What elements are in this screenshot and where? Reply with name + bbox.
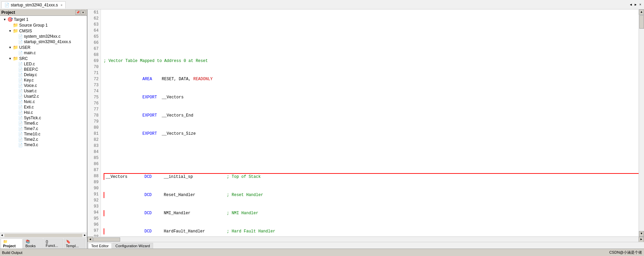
folder-icon: 📁	[13, 56, 18, 61]
tree-file-time7[interactable]: 📄 Time7.c	[1, 126, 86, 131]
build-output-label: Build Output	[2, 251, 23, 255]
tree-file-key[interactable]: 📄 Key.c	[1, 77, 86, 83]
right-panel: 61 62 63 64 65 66 67 68 69 70 71 72	[87, 9, 644, 249]
left-tab-templ[interactable]: 🔖 Templ...	[64, 238, 85, 249]
tree-file-time10[interactable]: 📄 Time10.c	[1, 131, 86, 137]
tab-arrow-left[interactable]: ◄	[629, 3, 633, 7]
tree-label: Exti.c	[24, 105, 34, 109]
tab-bar: 📄 startup_stm32f40_41xxx.s × ◄ ► ×	[0, 0, 644, 9]
tree-file-systick[interactable]: 📄 SysTick.c	[1, 115, 86, 121]
code-line-70: DCD Reset_Handler ; Reset Handler	[104, 192, 639, 198]
pin-button[interactable]: 📌	[75, 10, 80, 15]
left-hscrollbar[interactable]: ◄ ►	[0, 233, 87, 237]
left-tab-books[interactable]: 📚 Books	[23, 238, 43, 249]
tree-label: LED.c	[24, 62, 35, 66]
editor-content: 61 62 63 64 65 66 67 68 69 70 71 72	[87, 9, 639, 236]
right-vscrollbar[interactable]: ▲ ▼	[639, 9, 644, 236]
scroll-track[interactable]	[639, 15, 644, 231]
code-line-65: EXPORT __Vectors	[104, 94, 639, 100]
hscroll-left-btn[interactable]: ◄	[87, 237, 93, 242]
tree-label: Key.c	[24, 78, 34, 83]
file-icon: 📄	[18, 110, 23, 115]
file-icon: 📄	[18, 34, 23, 39]
title-icons: 📌 ×	[75, 10, 85, 15]
file-icon: 📄	[18, 116, 23, 120]
code-line-67: EXPORT __Vectors_Size	[104, 131, 639, 137]
tree-label: Usart2.c	[24, 94, 39, 99]
editor-area[interactable]: 61 62 63 64 65 66 67 68 69 70 71 72	[87, 9, 639, 236]
editor-tab-active[interactable]: 📄 startup_stm32f40_41xxx.s ×	[1, 1, 66, 8]
editor-tab-confwizard[interactable]: Configuration Wizard	[112, 243, 153, 249]
hscroll-right-btn[interactable]: ►	[639, 237, 644, 242]
left-tab-funct[interactable]: {} Funct...	[43, 238, 63, 249]
tab-arrow-right[interactable]: ►	[633, 3, 638, 7]
tree-src[interactable]: ▼ 📁 SRC	[1, 56, 86, 61]
scroll-right-btn[interactable]: ►	[83, 234, 87, 237]
tree-label: Time6.c	[24, 121, 38, 126]
editor-hscrollbar[interactable]: ◄ ►	[87, 236, 644, 242]
tab-close-btn[interactable]: ×	[61, 3, 63, 7]
status-left: Build Output	[2, 251, 23, 255]
tab-bar-right: ◄ ► ×	[629, 3, 644, 7]
tab-close-all[interactable]: ×	[638, 3, 643, 7]
tree-area[interactable]: ▼ 🎯 Target 1 📁 Source Group 1 ▼ 📁 CMSIS	[0, 16, 87, 233]
hscroll-thumb[interactable]	[93, 237, 120, 242]
project-title: Project	[1, 10, 15, 15]
tree-cmsis[interactable]: ▼ 📁 CMSIS	[1, 28, 86, 34]
tree-label: SRC	[19, 56, 28, 61]
tree-file-exti[interactable]: 📄 Exti.c	[1, 104, 86, 110]
tree-file-hsi[interactable]: 📄 Hsi.c	[1, 110, 86, 115]
code-line-63: ; Vector Table Mapped to Address 0 at Re…	[104, 58, 639, 64]
file-icon: 📄	[18, 137, 23, 142]
file-icon: 📄	[18, 121, 23, 126]
tree-file-startup[interactable]: 📄 startup_stm32f40_41xxx.s	[1, 39, 86, 44]
tree-label: CMSIS	[19, 29, 32, 33]
tree-file-beep[interactable]: 📄 BEEP.C	[1, 67, 86, 72]
tree-label: Usart.c	[24, 89, 37, 93]
code-line-69: __Vectors DCD __initial_sp ; Top of Stac…	[104, 173, 639, 180]
tree-file-main[interactable]: 📄 main.c	[1, 50, 86, 56]
tree-file-nvic[interactable]: 📄 Nvic.c	[1, 99, 86, 104]
scroll-thumb[interactable]	[639, 15, 644, 29]
tree-label: Time10.c	[24, 132, 40, 136]
hscroll-track[interactable]	[93, 237, 639, 242]
tree-file-voice[interactable]: 📄 Voice.c	[1, 83, 86, 88]
left-tab-project[interactable]: 📁 Project	[1, 238, 23, 249]
tree-file-system[interactable]: 📄 system_stm32f4xx.c	[1, 34, 86, 39]
status-right: CSDN@小涵是个佬	[609, 250, 642, 255]
tree-user[interactable]: ▼ 📁 USER	[1, 44, 86, 50]
scroll-up-btn[interactable]: ▲	[639, 9, 644, 15]
expand-icon: ▼	[2, 18, 7, 21]
file-icon: 📄	[18, 127, 23, 131]
tree-file-led[interactable]: 📄 LED.c	[1, 61, 86, 67]
folder-icon: 📁	[13, 45, 18, 50]
status-bar: Build Output CSDN@小涵是个佬	[0, 249, 644, 256]
tree-file-delay[interactable]: 📄 Delay.c	[1, 72, 86, 77]
file-icon: 📄	[18, 143, 23, 147]
tree-target1[interactable]: ▼ 🎯 Target 1	[1, 17, 86, 22]
tree-file-time3[interactable]: 📄 Time3.c	[1, 142, 86, 148]
file-tab-icon: 📄	[4, 3, 9, 7]
code-area[interactable]: ; Vector Table Mapped to Address 0 at Re…	[101, 9, 639, 236]
tree-file-time6[interactable]: 📄 Time6.c	[1, 121, 86, 126]
tree-label: Time3.c	[24, 142, 38, 147]
tree-file-usart[interactable]: 📄 Usart.c	[1, 88, 86, 94]
editor-tab-texteditor[interactable]: Text Editor	[88, 243, 112, 249]
tree-file-time2[interactable]: 📄 Time2.c	[1, 137, 86, 142]
code-line-64: AREA RESET, DATA, READONLY	[104, 76, 639, 82]
file-icon: 📄	[18, 51, 23, 55]
tree-file-usart2[interactable]: 📄 Usart2.c	[1, 94, 86, 99]
file-icon: 📄	[18, 62, 23, 66]
expand-icon: ▼	[7, 29, 13, 33]
scroll-thumb[interactable]	[4, 234, 82, 237]
tree-source-group1[interactable]: 📁 Source Group 1	[1, 22, 86, 28]
file-icon: 📄	[18, 78, 23, 83]
left-panel: Project 📌 × ▼ 🎯 Target 1 📁 Source Grou	[0, 9, 87, 249]
content-area: Project 📌 × ▼ 🎯 Target 1 📁 Source Grou	[0, 9, 644, 249]
scroll-down-btn[interactable]: ▼	[639, 231, 644, 236]
file-icon: 📄	[18, 132, 23, 136]
close-panel-button[interactable]: ×	[81, 10, 85, 15]
scroll-left-btn[interactable]: ◄	[0, 234, 4, 237]
expand-icon: ▼	[7, 46, 13, 49]
code-line-66: EXPORT __Vectors_End	[104, 113, 639, 119]
